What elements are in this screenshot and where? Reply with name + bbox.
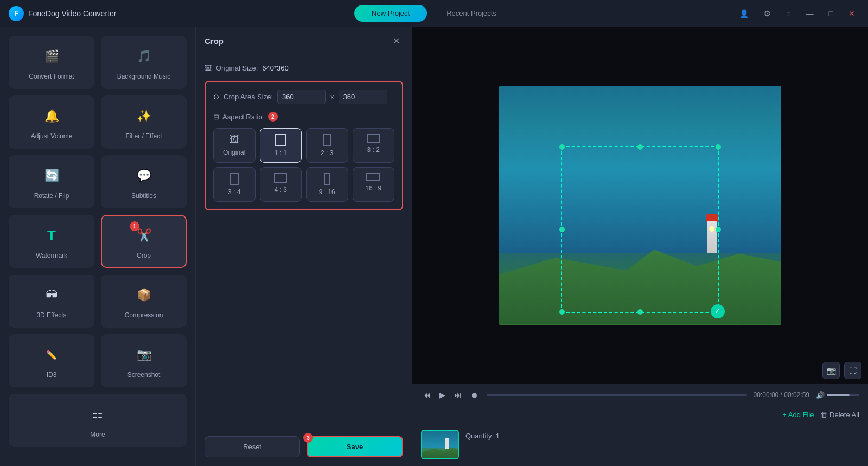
video-frame: ✓	[499, 86, 781, 325]
save-label: Save	[347, 443, 363, 451]
thumbnail-item	[421, 430, 459, 459]
file-bar: + Add File 🗑 Delete All	[412, 406, 868, 423]
dialog-close-button[interactable]: ✕	[390, 35, 403, 47]
dialog-header: Crop ✕	[196, 27, 412, 55]
subtitles-icon: 💬	[132, 164, 156, 188]
recent-projects-tab[interactable]: Recent Projects	[429, 5, 514, 22]
crop-x-separator: x	[330, 93, 334, 101]
sidebar-item-convert-format[interactable]: 🎬 Convert Format	[9, 36, 94, 89]
aspect-btn-original[interactable]: 🖼 Original	[213, 128, 256, 163]
preview-toolbar: 📷 ⛶	[822, 362, 861, 379]
settings-icon-btn[interactable]: ⚙	[760, 7, 775, 20]
aspect-btn-1x1[interactable]: 1 : 1	[260, 128, 302, 163]
aspect-btn-2x3[interactable]: 2 : 3	[306, 128, 348, 163]
original-size-row: 🖼 Original Size: 640*360	[205, 64, 403, 72]
dialog-footer: Reset 3 Save	[196, 427, 412, 466]
aspect-3x4-label: 3 : 4	[228, 188, 240, 196]
new-project-tab[interactable]: New Project	[354, 5, 427, 22]
sidebar-item-background-music[interactable]: 🎵 Background Music	[101, 36, 187, 89]
sidebar-item-compression[interactable]: 📦 Compression	[101, 275, 187, 328]
time-total: 00:02:59	[784, 391, 809, 399]
compression-icon: 📦	[132, 283, 156, 307]
save-button[interactable]: 3 Save	[307, 436, 403, 457]
subtitles-label: Subtitles	[131, 192, 156, 200]
aspect-9x16-icon	[324, 173, 330, 185]
aspect-2x3-label: 2 : 3	[321, 149, 333, 157]
playback-bar: ⏮ ▶ ⏭ ⏺ 00:00:00 / 00:02:59 🔊	[412, 384, 868, 406]
thumb-land	[422, 446, 458, 458]
aspect-ratio-grid: 🖼 Original 1 : 1 2 : 3	[213, 128, 394, 202]
skip-back-btn[interactable]: ⏮	[421, 388, 433, 401]
reset-button[interactable]: Reset	[205, 436, 300, 457]
thumbnail-image[interactable]	[421, 430, 459, 459]
sidebar-item-3d-effects[interactable]: 🕶 3D Effects	[9, 275, 94, 328]
3d-effects-label: 3D Effects	[36, 311, 66, 319]
lighthouse-light	[709, 226, 714, 232]
sidebar-item-watermark[interactable]: T Watermark	[9, 215, 94, 268]
aspect-2x3-icon	[323, 134, 331, 146]
close-btn[interactable]: ✕	[844, 7, 859, 20]
aspect-btn-9x16[interactable]: 9 : 16	[306, 167, 348, 202]
aspect-1x1-label: 1 : 1	[275, 149, 287, 157]
menu-icon-btn[interactable]: ≡	[782, 7, 795, 20]
screenshot-icon: 📷	[132, 343, 156, 367]
volume-level	[827, 394, 850, 396]
adjust-volume-icon: 🔔	[40, 104, 63, 128]
screenshot-tool-btn[interactable]: 📷	[822, 362, 840, 379]
lighthouse-body	[707, 221, 717, 253]
minimize-btn[interactable]: —	[802, 7, 818, 20]
quantity-label: Quantity:	[465, 432, 494, 440]
aspect-btn-3x4[interactable]: 3 : 4	[213, 167, 256, 202]
scene-land	[499, 241, 781, 325]
user-icon-btn[interactable]: 👤	[735, 7, 753, 20]
record-btn[interactable]: ⏺	[468, 388, 480, 401]
sidebar-item-id3[interactable]: ✏️ ID3	[9, 334, 94, 387]
rotate-flip-icon: 🔄	[40, 164, 63, 188]
thumbnails-area: Quantity: 1	[412, 423, 868, 466]
sidebar-item-crop[interactable]: 1 ✂️ Crop	[101, 215, 187, 268]
id3-label: ID3	[47, 371, 57, 379]
sidebar-item-screenshot[interactable]: 📷 Screenshot	[101, 334, 187, 387]
aspect-9x16-label: 9 : 16	[319, 188, 335, 196]
sidebar-item-more[interactable]: ⚏ More	[9, 394, 187, 447]
scene-ocean	[499, 86, 781, 253]
crop-area-row: ⊙ Crop Area Size: x	[213, 90, 394, 104]
app-logo: F	[9, 6, 24, 21]
sidebar-item-subtitles[interactable]: 💬 Subtitles	[101, 155, 187, 208]
aspect-16x9-icon	[366, 173, 380, 181]
aspect-btn-3x2[interactable]: 3 : 2	[353, 128, 395, 163]
compression-label: Compression	[125, 311, 163, 319]
play-btn[interactable]: ▶	[437, 388, 448, 401]
crop-width-input[interactable]	[277, 90, 326, 104]
sidebar-item-filter-effect[interactable]: ✨ Filter / Effect	[101, 95, 187, 149]
aspect-btn-16x9[interactable]: 16 : 9	[353, 167, 395, 202]
resize-tool-btn[interactable]: ⛶	[844, 362, 861, 379]
volume-control: 🔊	[816, 391, 859, 399]
skip-forward-btn[interactable]: ⏭	[452, 388, 464, 401]
aspect-1x1-icon	[275, 134, 286, 146]
thumb-lighthouse	[445, 438, 449, 449]
volume-icon: 🔊	[816, 391, 825, 399]
sidebar-item-adjust-volume[interactable]: 🔔 Adjust Volume	[9, 95, 94, 149]
time-display: 00:00:00 / 00:02:59	[754, 391, 809, 399]
quantity-value: 1	[496, 432, 500, 440]
watermark-label: Watermark	[36, 252, 67, 259]
quantity-text: Quantity: 1	[465, 432, 500, 440]
maximize-btn[interactable]: □	[825, 7, 838, 20]
aspect-ratio-section: ⊞ Aspect Ratio 2 🖼 Original 1	[213, 112, 394, 202]
crop-label: Crop	[137, 252, 151, 259]
timeline[interactable]	[487, 394, 747, 396]
image-icon: 🖼	[205, 64, 212, 72]
sidebar: 🎬 Convert Format 🎵 Background Music 🔔 Ad…	[0, 27, 195, 466]
sidebar-item-rotate-flip[interactable]: 🔄 Rotate / Flip	[9, 155, 94, 208]
video-content: ✓	[499, 86, 781, 325]
crop-area-section: ⊙ Crop Area Size: x ⊞ Aspect Ratio 2	[205, 81, 403, 210]
aspect-ratio-label-row: ⊞ Aspect Ratio 2	[213, 112, 394, 122]
add-file-button[interactable]: + Add File	[782, 411, 814, 419]
delete-all-button[interactable]: 🗑 Delete All	[820, 411, 859, 419]
app-name: FoneDog Video Converter	[28, 9, 116, 18]
volume-bar[interactable]	[827, 394, 859, 396]
aspect-3x4-icon	[230, 173, 239, 185]
crop-height-input[interactable]	[339, 90, 387, 104]
aspect-btn-4x3[interactable]: 4 : 3	[260, 167, 302, 202]
